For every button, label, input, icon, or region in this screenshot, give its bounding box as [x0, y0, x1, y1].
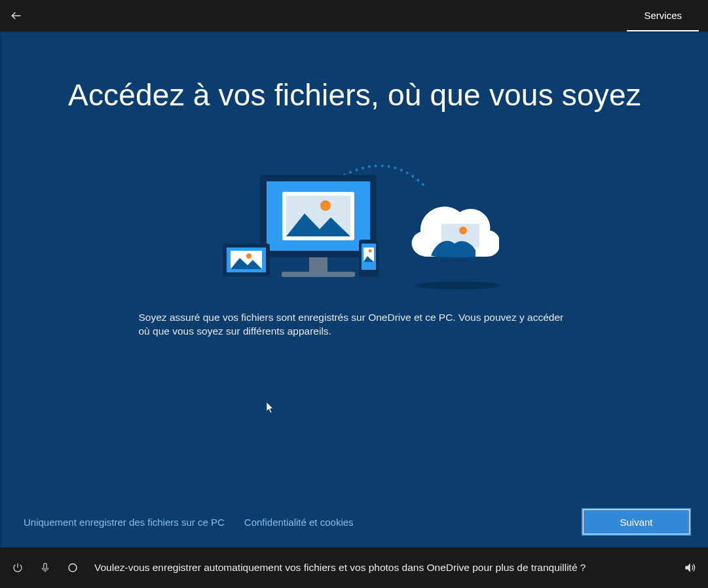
svg-rect-19: [44, 563, 47, 569]
svg-point-10: [246, 253, 252, 259]
svg-point-15: [415, 282, 499, 289]
only-save-pc-link[interactable]: Uniquement enregistrer des fichiers sur …: [24, 517, 225, 528]
power-icon[interactable]: [12, 562, 24, 574]
svg-rect-3: [282, 272, 355, 277]
link-group: Uniquement enregistrer des fichiers sur …: [24, 517, 354, 528]
bottom-bar: Voulez-vous enregistrer automatiquement …: [0, 547, 708, 588]
tabs: Services: [627, 0, 699, 31]
description-text: Soyez assuré que vos fichiers sont enreg…: [136, 310, 574, 339]
next-button[interactable]: Suivant: [583, 509, 690, 534]
bottom-actions: Uniquement enregistrer des fichiers sur …: [24, 509, 690, 534]
microphone-icon[interactable]: [39, 562, 51, 574]
cortana-prompt: Voulez-vous enregistrer automatiquement …: [94, 562, 667, 574]
cursor-icon: [267, 402, 274, 416]
svg-rect-2: [309, 257, 327, 272]
arrow-left-icon: [10, 9, 23, 22]
svg-point-20: [69, 564, 77, 572]
privacy-link[interactable]: Confidentialité et cookies: [244, 517, 354, 528]
back-button[interactable]: [9, 9, 24, 23]
cortana-icon[interactable]: [67, 562, 79, 574]
svg-point-18: [459, 227, 467, 234]
onedrive-illustration: [211, 158, 499, 289]
svg-point-6: [320, 200, 331, 211]
content-area: Accédez à vos fichiers, où que vous soye…: [0, 31, 708, 547]
tab-services[interactable]: Services: [627, 0, 699, 31]
top-bar: Services: [0, 0, 708, 31]
volume-icon[interactable]: [683, 561, 696, 574]
svg-point-14: [368, 249, 371, 253]
page-title: Accédez à vos fichiers, où que vous soye…: [68, 77, 641, 113]
